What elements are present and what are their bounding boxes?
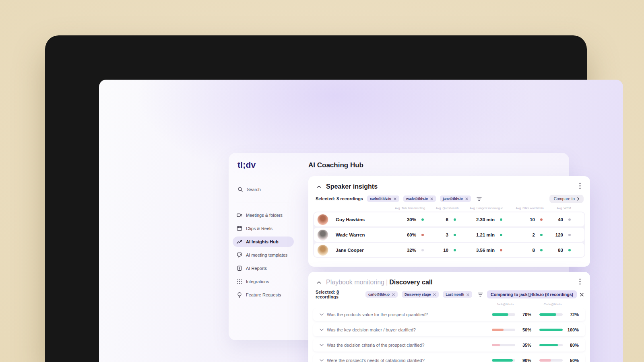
chevron-down-icon[interactable]: [316, 359, 327, 362]
filter-chip[interactable]: Last month: [443, 291, 472, 298]
progress-bar-left: [492, 329, 515, 331]
avatar: [317, 214, 328, 225]
chevron-right-icon: [577, 197, 579, 201]
selected-count-link[interactable]: 8 recordings: [336, 196, 363, 201]
compare-to-label: Compare to: [554, 197, 575, 201]
question-list: Was the products value for the prospect …: [313, 308, 585, 362]
close-icon[interactable]: [392, 293, 395, 296]
laptop-frame: tl;dv Search Meetings & folders Clips & …: [45, 35, 587, 362]
metric-cell: 60%: [390, 232, 432, 237]
search-label: Search: [247, 187, 261, 192]
status-dot-red: [500, 249, 502, 251]
collapse-chevron-up-icon[interactable]: [316, 183, 322, 190]
filter-chip[interactable]: wade@tldv.io: [403, 195, 436, 202]
desktop-background: tl;dv Search Meetings & folders Clips & …: [0, 0, 644, 362]
metric-value: 10: [443, 248, 448, 253]
percent-left: 35%: [515, 343, 535, 348]
filter-chip[interactable]: Discovery stage: [402, 291, 439, 298]
close-icon[interactable]: [430, 197, 433, 200]
speaker-row[interactable]: Wade Warren 60%31.21 min2120: [314, 228, 584, 242]
question-row[interactable]: Was the key decision maker / buyer clari…: [313, 323, 585, 336]
selected-label: Selected: 8 recordings: [316, 196, 363, 201]
speaker-insights-title: Speaker insights: [326, 183, 378, 190]
playbook-chips: carlo@tldv.io Discovery stage Last month: [365, 291, 472, 298]
status-dot-green: [500, 218, 502, 221]
progress-bar-left: [492, 359, 515, 362]
close-icon[interactable]: [394, 197, 396, 200]
status-dot-green: [568, 249, 571, 251]
progress-bar-right: [539, 344, 563, 346]
sidebar-item-feature-requests[interactable]: Feature Requests: [233, 290, 294, 300]
status-dot-gray: [568, 234, 571, 236]
metric-cell: 40: [551, 217, 579, 222]
speaker-filters-row: Selected: 8 recordings carlo@tldv.io wad…: [316, 195, 584, 203]
sidebar-item-ai-insights-hub[interactable]: AI Insights Hub: [233, 237, 294, 247]
chip-label: carlo@tldv.io: [370, 197, 391, 201]
filter-chip[interactable]: carlo@tldv.io: [367, 195, 399, 202]
selected-label: Selected: 8 recordings: [316, 290, 361, 299]
column-header: Carlo@tldv.io: [541, 302, 564, 306]
question-text: Was the key decision maker / buyer clari…: [327, 327, 492, 332]
filter-chip[interactable]: carlo@tldv.io: [365, 291, 398, 298]
close-icon[interactable]: [580, 293, 584, 296]
speaker-column-headers: Avg. Talk time/meetingAvg. Questions/hAv…: [316, 206, 582, 210]
report-icon: [237, 265, 242, 271]
close-icon[interactable]: [466, 293, 469, 296]
collapse-chevron-up-icon[interactable]: [316, 279, 322, 286]
progress-bar-left: [492, 344, 515, 346]
status-dot-green: [454, 249, 456, 251]
metric-cell: 10: [432, 248, 464, 253]
sidebar-item-integrations[interactable]: Integrations: [233, 276, 294, 287]
question-row[interactable]: Were the prospect's needs of cataloging …: [313, 354, 585, 362]
sidebar-item-label: Meetings & folders: [246, 213, 283, 218]
search-input[interactable]: Search: [237, 187, 261, 192]
metric-cell: 32%: [390, 248, 432, 253]
status-dot-green: [454, 234, 456, 236]
filter-icon[interactable]: [478, 292, 483, 297]
chevron-down-icon[interactable]: [316, 329, 327, 331]
metric-value: 2: [533, 232, 535, 237]
filter-icon[interactable]: [477, 197, 482, 201]
close-icon[interactable]: [465, 197, 468, 200]
chevron-down-icon[interactable]: [316, 344, 327, 346]
speaker-row[interactable]: Guy Hawkins 30%62.30 min1040: [314, 212, 584, 226]
metric-value: 60%: [407, 232, 416, 237]
sidebar-divider: [236, 202, 289, 202]
question-row[interactable]: Was the products value for the prospect …: [313, 308, 585, 321]
speaker-name: Jane Cooper: [333, 248, 390, 253]
question-row[interactable]: Was the decision criteria of the prospec…: [313, 339, 585, 352]
metric-cell: 8: [510, 248, 551, 253]
percent-right: 50%: [563, 358, 582, 362]
comparing-label[interactable]: Comparing to jack@tldv.io (8 recordings): [487, 290, 577, 298]
video-camera-icon: [237, 212, 242, 218]
comparing-pill: Comparing to jack@tldv.io (8 recordings): [487, 290, 584, 298]
kebab-menu-icon[interactable]: [576, 182, 584, 190]
speaker-name: Guy Hawkins: [333, 217, 390, 222]
sidebar-item-ai-reports[interactable]: AI Reports: [233, 263, 294, 274]
speaker-table: Guy Hawkins 30%62.30 min1040 Wade Warren…: [313, 212, 585, 258]
filter-chip[interactable]: jane@tldv.io: [440, 195, 471, 202]
metric-cell: 3.56 min: [464, 248, 510, 253]
chip-label: Discovery stage: [405, 292, 431, 296]
playbook-title: Playbook monitoring|Discovery call: [326, 279, 433, 286]
sidebar-item-label: AI Reports: [246, 266, 267, 271]
sidebar-item-label: Clips & Reels: [246, 226, 272, 231]
sidebar-item-label: AI meeting templates: [246, 253, 287, 257]
sidebar-item-clips-reels[interactable]: Clips & Reels: [233, 223, 294, 234]
selected-text: Selected:: [316, 290, 335, 294]
column-header: Avg. Questions/h: [431, 206, 463, 210]
title-separator: |: [384, 279, 389, 286]
speaker-row[interactable]: Jane Cooper 32%103.56 min883: [314, 243, 584, 257]
sidebar-item-ai-meeting-templates[interactable]: AI meeting templates: [233, 250, 294, 260]
metric-value: 2.30 min: [476, 217, 495, 222]
kebab-menu-icon[interactable]: [576, 278, 584, 286]
playbook-filters-row: Selected: 8 recordings carlo@tldv.io Dis…: [316, 290, 584, 298]
template-icon: [237, 252, 242, 258]
close-icon[interactable]: [433, 293, 436, 296]
chevron-down-icon[interactable]: [316, 313, 327, 316]
status-dot-gray: [568, 218, 571, 221]
sidebar-item-meetings-folders[interactable]: Meetings & folders: [233, 210, 294, 220]
compare-to-button[interactable]: Compare to: [549, 195, 584, 203]
tldv-logo: tl;dv: [237, 160, 256, 170]
status-dot-red: [421, 234, 424, 236]
